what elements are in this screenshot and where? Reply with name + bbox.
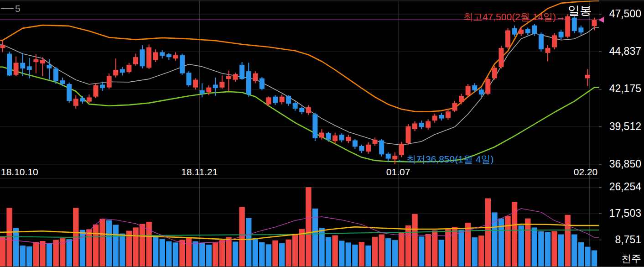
- volume-bar: [233, 241, 238, 267]
- volume-bar: [99, 219, 105, 267]
- candle: [359, 146, 364, 151]
- volume-bar: [592, 251, 597, 267]
- volume-bar: [472, 237, 478, 267]
- volume-bar: [20, 246, 26, 267]
- volume-bar: [67, 239, 72, 267]
- candle: [439, 115, 444, 119]
- candle: [532, 26, 537, 34]
- volume-axis-label: 26,254: [601, 182, 641, 192]
- volume-bar: [405, 225, 411, 267]
- volume-bar: [160, 239, 165, 267]
- candle: [239, 65, 244, 79]
- volume-bar: [399, 233, 404, 267]
- candle: [14, 63, 19, 75]
- volume-bar: [538, 231, 544, 267]
- volume-bar: [532, 227, 537, 267]
- volume-bar: [346, 242, 351, 267]
- candle: [578, 27, 583, 32]
- candle: [459, 96, 464, 102]
- volume-bar: [505, 216, 510, 267]
- candle: [20, 63, 25, 68]
- volume-bar: [551, 231, 557, 267]
- candle: [219, 82, 224, 87]
- candle: [87, 97, 92, 101]
- candle: [552, 35, 557, 47]
- price-axis-label: 44,837: [601, 46, 641, 57]
- candle: [126, 65, 131, 72]
- candle: [505, 31, 510, 47]
- volume-bar: [179, 240, 185, 267]
- volume-bar: [359, 242, 364, 267]
- volume-bar: [339, 241, 344, 267]
- volume-bar: [465, 223, 471, 267]
- volume-bar: [352, 245, 358, 267]
- candle: [299, 108, 304, 112]
- volume-unit-label: 천주: [601, 254, 641, 264]
- volume-bar: [26, 246, 32, 267]
- volume-bar: [512, 202, 517, 267]
- candle: [146, 47, 151, 68]
- candle: [545, 48, 551, 53]
- volume-bar: [279, 243, 285, 267]
- candle: [539, 34, 544, 49]
- volume-bar: [199, 243, 205, 267]
- candle: [187, 73, 192, 85]
- candle: [80, 98, 85, 102]
- date-label: 02.20: [574, 167, 598, 177]
- volume-bar: [40, 241, 45, 267]
- volume-bar: [306, 187, 311, 267]
- volume-bar: [219, 240, 225, 267]
- candle: [7, 54, 12, 76]
- volume-bar: [392, 240, 398, 267]
- volume-bar: [565, 215, 571, 267]
- volume-bar: [272, 241, 278, 267]
- timeframe-label[interactable]: 일봉: [568, 5, 592, 16]
- volume-bar: [332, 236, 338, 267]
- candle: [326, 133, 331, 140]
- candle: [585, 75, 590, 79]
- volume-bar: [385, 238, 391, 267]
- date-label: 18.11.21: [181, 167, 218, 177]
- date-label: 18.10.10: [1, 167, 38, 177]
- candle: [200, 90, 205, 94]
- volume-axis-label: 17,503: [601, 208, 641, 219]
- candle: [133, 57, 138, 64]
- volume-bar: [458, 230, 464, 267]
- volume-bar: [326, 237, 331, 267]
- candle: [0, 45, 5, 48]
- candle: [499, 48, 504, 67]
- candle: [373, 140, 378, 144]
- candle: [446, 111, 451, 118]
- volume-bar: [485, 199, 491, 267]
- candle: [519, 30, 524, 34]
- volume-bar: [113, 225, 119, 267]
- volume-bar: [133, 227, 138, 267]
- candle: [426, 121, 431, 128]
- volume-bar: [379, 235, 384, 267]
- candle: [193, 80, 198, 88]
- chart-canvas[interactable]: [0, 0, 644, 267]
- volume-bar: [578, 242, 584, 267]
- candle: [280, 97, 285, 102]
- ma-legend-label: 5: [15, 4, 21, 13]
- candle: [386, 154, 391, 159]
- price-axis-label: 39,512: [601, 121, 641, 132]
- volume-bar: [166, 241, 171, 267]
- candle: [432, 115, 437, 120]
- ma-legend-line-icon: [1, 8, 14, 9]
- volume-bar: [186, 237, 192, 267]
- candle: [246, 71, 251, 94]
- volume-bar: [173, 242, 178, 267]
- candle: [485, 79, 490, 94]
- candle: [479, 89, 484, 94]
- volume-bar: [478, 236, 484, 267]
- candle: [512, 28, 517, 35]
- candle: [379, 141, 384, 155]
- candle: [153, 52, 158, 60]
- candle: [120, 69, 125, 73]
- volume-bar: [445, 229, 451, 267]
- volume-bar: [192, 241, 198, 267]
- candle: [492, 68, 497, 78]
- volume-bar: [259, 242, 265, 267]
- volume-bar: [33, 242, 39, 267]
